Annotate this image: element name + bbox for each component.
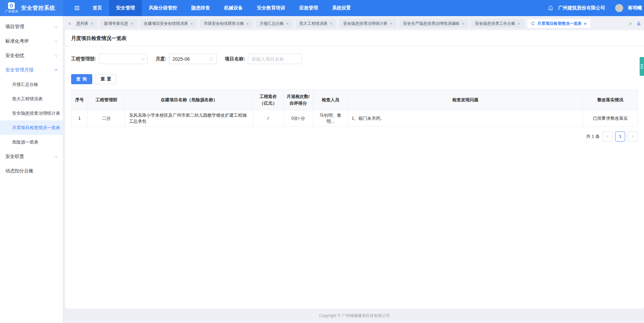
col-dept: 工程管理部 <box>88 90 125 110</box>
footer: Copyright © 广州穗建建造科技有限公司 <box>65 309 644 323</box>
content-card: 月度项目检查情况一览表 工程管理部: 月度: 项目名称: 查 询 <box>65 30 644 309</box>
chevron-down-icon <box>55 39 58 42</box>
chevron-down-icon <box>55 154 58 158</box>
chevron-up-icon <box>55 69 58 72</box>
table-row[interactable]: 1 二分 东风东路小学本校区及广州市第二幼儿园教学楼改扩建工程施工总承包 / 0… <box>71 110 638 126</box>
tab-hazard-work-ledger[interactable]: 安全隐患排查工作台账× <box>471 19 524 28</box>
month-label: 月度: <box>156 56 167 62</box>
cell-inspections: 0次/-分 <box>283 110 313 126</box>
project-name-input[interactable] <box>251 56 298 62</box>
tab-city-award-ledger[interactable]: 市级安全创优获奖台账× <box>200 19 253 28</box>
tab-inbuild-safety-excellence[interactable]: 在建项目安全创优情况表× <box>140 19 197 28</box>
sidebar-subitem-hazard-stats-table[interactable]: 安全隐患排查治理统计表 <box>0 106 63 120</box>
company-name[interactable]: 广州建筑股份有限公司 <box>558 5 605 11</box>
tab-major-project-table[interactable]: 危大工程情况表× <box>296 19 336 28</box>
tab-message-list[interactable]: 息列表× <box>75 19 97 28</box>
monthly-check-table: 序号 工程管理部 在建项目名称（危险源名称） 工程造价 （亿元） 月巡检次数/ … <box>71 89 638 126</box>
page-title: 月度项目检查情况一览表 <box>71 35 638 42</box>
sidebar-item-dynamic-deduction-ledger[interactable]: 动态扣分台账 <box>0 164 63 178</box>
sidebar: 项目管理 标准化考评 安全创优 安全管理月报 月报汇总台账 危大工程情况表 安全… <box>0 16 63 323</box>
col-cost: 工程造价 （亿元） <box>253 90 283 110</box>
col-inspections: 月巡检次数/ 自评得分 <box>283 90 313 110</box>
project-name-field[interactable] <box>248 54 302 64</box>
nav-item-safety-management[interactable]: 安全管理 <box>109 0 142 16</box>
nav-item-machinery[interactable]: 机械设备 <box>217 0 250 16</box>
logo-icon <box>8 2 15 9</box>
next-page-button[interactable]: > <box>628 131 638 142</box>
cell-dept: 二分 <box>88 110 125 126</box>
open-tabs: 息列表× 新增专家信息× 在建项目安全创优情况表× 市级安全创优获奖台账× 月报… <box>75 19 625 28</box>
sidebar-collapse-icon[interactable] <box>68 0 86 16</box>
user-avatar[interactable] <box>615 4 623 12</box>
nav-item-home[interactable]: 首页 <box>86 0 109 16</box>
brand-area: 广州建筑 安全管控系统 <box>0 0 63 16</box>
sidebar-item-safety-excellence[interactable]: 安全创优 <box>0 48 63 63</box>
logo-script-text: 广州建筑 <box>5 9 18 14</box>
month-picker[interactable] <box>169 54 217 64</box>
pagination: 共 1 条 < 1 > <box>71 131 638 142</box>
sidebar-item-safety-duty[interactable]: 安全职责 <box>0 149 63 164</box>
close-icon[interactable]: × <box>330 21 333 26</box>
col-project-name: 在建项目名称（危险源名称） <box>125 90 253 110</box>
top-nav: 首页 安全管理 风险分级管控 隐患排查 机械设备 安全教育培训 应急管理 系统设… <box>63 0 548 16</box>
tab-monthly-project-check-list[interactable]: 月度项目检查情况一览表× <box>527 19 590 28</box>
sidebar-item-monthly-safety-report[interactable]: 安全管理月报 <box>0 63 63 77</box>
table-header-row: 序号 工程管理部 在建项目名称（危险源名称） 工程造价 （亿元） 月巡检次数/ … <box>71 90 638 110</box>
close-icon[interactable]: × <box>130 21 133 26</box>
chevron-down-icon <box>55 53 58 57</box>
close-icon[interactable]: × <box>191 21 193 26</box>
tabs-scroll-left-icon[interactable]: < <box>68 21 72 26</box>
cell-index: 1 <box>71 110 88 126</box>
dept-label: 工程管理部: <box>71 56 96 62</box>
page-1-button[interactable]: 1 <box>615 131 625 142</box>
app-title: 安全管控系统 <box>21 5 55 12</box>
cell-inspectors: 马钊明、黎明... <box>313 110 348 126</box>
chevron-down-icon <box>141 57 145 60</box>
search-button[interactable]: 查 询 <box>71 74 92 84</box>
total-count: 共 1 条 <box>586 133 600 140</box>
filter-bar: 工程管理部: 月度: 项目名称: <box>71 54 638 64</box>
sidebar-subitem-major-project-table[interactable]: 危大工程情况表 <box>0 92 63 106</box>
sidebar-item-standard-assessment[interactable]: 标准化考评 <box>0 34 63 48</box>
nav-item-risk-grading[interactable]: 风险分级管控 <box>142 0 184 16</box>
cell-cost: / <box>253 110 283 126</box>
close-icon[interactable]: × <box>584 21 587 26</box>
nav-item-system-settings[interactable]: 系统设置 <box>325 0 358 16</box>
cell-project-name: 东风东路小学本校区及广州市第二幼儿园教学楼改扩建工程施工总承包 <box>125 110 253 126</box>
user-name[interactable]: 蒋明曦 <box>628 5 643 11</box>
col-index: 序号 <box>71 90 88 110</box>
copyright-text: Copyright © 广州穗建建造科技有限公司 <box>319 313 390 319</box>
nav-item-safety-training[interactable]: 安全教育培训 <box>250 0 292 16</box>
prev-page-button[interactable]: < <box>602 131 612 142</box>
tab-hazard-treatment-edit[interactable]: 安全生产隐患排查治理情况编辑× <box>399 19 468 28</box>
clock-icon <box>209 57 213 61</box>
tab-monthly-summary-ledger[interactable]: 月报汇总台账× <box>256 19 292 28</box>
close-icon[interactable]: × <box>518 21 520 26</box>
month-input[interactable] <box>172 56 207 62</box>
notification-bell-icon[interactable] <box>548 5 553 11</box>
lock-icon[interactable] <box>636 21 641 26</box>
close-icon[interactable]: × <box>246 21 249 26</box>
close-icon[interactable]: × <box>91 21 94 26</box>
tabs-scroll-right-icon[interactable]: > <box>628 21 632 26</box>
close-icon[interactable]: × <box>462 21 465 26</box>
app-header: 广州建筑 安全管控系统 首页 安全管理 风险分级管控 隐患排查 机械设备 安全教… <box>0 0 644 16</box>
refresh-icon[interactable] <box>531 21 535 25</box>
sidebar-item-project-management[interactable]: 项目管理 <box>0 19 63 34</box>
close-icon[interactable]: × <box>390 21 392 26</box>
sidebar-subitem-hazard-source-list[interactable]: 危险源一览表 <box>0 135 63 149</box>
tab-add-expert-info[interactable]: 新增专家信息× <box>100 19 137 28</box>
sidebar-subitem-monthly-project-check-list[interactable]: 月度项目检查情况一览表 <box>0 120 63 135</box>
reset-button[interactable]: 重 置 <box>96 74 117 84</box>
sidebar-subitem-monthly-summary-ledger[interactable]: 月报汇总台账 <box>0 77 63 92</box>
dept-select[interactable] <box>99 54 148 64</box>
project-name-label: 项目名称: <box>225 56 245 62</box>
feedback-side-widget[interactable] <box>640 57 644 76</box>
header-right: 广州建筑股份有限公司 蒋明曦 <box>548 0 644 16</box>
close-icon[interactable]: × <box>286 21 289 26</box>
tab-hazard-stats-table[interactable]: 安全隐患排查治理统计表× <box>339 19 396 28</box>
nav-item-emergency[interactable]: 应急管理 <box>292 0 325 16</box>
action-buttons: 查 询 重 置 <box>71 74 638 84</box>
cell-problems: 1、箱门未关闭。 <box>348 110 583 126</box>
nav-item-hazard-check[interactable]: 隐患排查 <box>184 0 217 16</box>
